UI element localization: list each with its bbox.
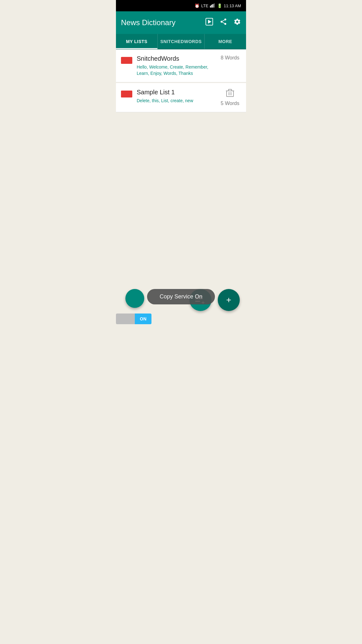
color-indicator	[121, 57, 132, 64]
alarm-icon: ⏰	[195, 3, 200, 8]
word-count: 5 Words	[221, 101, 239, 106]
status-icons: ⏰ LTE 🔋 11:13 AM	[195, 3, 241, 8]
svg-line-9	[222, 22, 225, 24]
svg-point-6	[224, 19, 226, 20]
list-container: SnitchedWords Hello, Welcome, Create, Re…	[116, 49, 246, 112]
list-item-content: Sample List 1 Delete, this, List, create…	[137, 89, 215, 104]
add-fab-button[interactable]: +	[218, 289, 240, 311]
app-title: News Dictionary	[121, 18, 175, 27]
tab-more[interactable]: MORE	[205, 34, 246, 49]
empty-content-area	[116, 113, 246, 286]
toggle-on-button[interactable]: ON	[135, 314, 151, 324]
list-title: Sample List 1	[137, 89, 215, 96]
list-item[interactable]: Sample List 1 Delete, this, List, create…	[116, 83, 246, 112]
left-fab-button[interactable]	[125, 289, 144, 308]
svg-point-8	[224, 23, 226, 25]
list-words: Hello, Welcome, Create, Remember, Learn,…	[137, 64, 215, 76]
svg-marker-5	[208, 20, 211, 24]
toggle-off-indicator	[116, 314, 135, 324]
play-icon[interactable]	[205, 18, 213, 28]
svg-rect-3	[214, 3, 215, 8]
list-meta: 8 Words	[219, 55, 241, 61]
svg-point-7	[221, 21, 222, 23]
svg-point-17	[132, 295, 138, 302]
header-actions	[205, 18, 241, 28]
signal-icon	[210, 3, 216, 8]
list-title: SnitchedWords	[137, 55, 215, 62]
list-words: Delete, this, List, create, new	[137, 98, 215, 104]
color-indicator	[121, 91, 132, 97]
time-display: 11:13 AM	[224, 3, 241, 8]
svg-rect-13	[228, 89, 232, 91]
word-count: 8 Words	[221, 55, 239, 61]
svg-rect-0	[210, 6, 211, 8]
list-meta: 5 Words	[219, 89, 241, 106]
tab-my-lists[interactable]: MY LISTS	[116, 34, 158, 49]
app-header: News Dictionary	[116, 11, 246, 34]
lte-icon: LTE	[201, 3, 208, 8]
tab-snitchedwords[interactable]: SNITCHEDWORDS	[158, 34, 205, 49]
svg-line-10	[222, 20, 225, 21]
battery-icon: 🔋	[217, 3, 222, 8]
list-item[interactable]: SnitchedWords Hello, Welcome, Create, Re…	[116, 49, 246, 82]
bottom-area: Copy Service On + + ON	[116, 286, 246, 327]
copy-service-toast: Copy Service On	[147, 289, 215, 304]
settings-icon[interactable]	[233, 18, 241, 27]
status-bar: ⏰ LTE 🔋 11:13 AM	[116, 0, 246, 11]
add-icon: +	[226, 295, 231, 305]
delete-list-icon[interactable]	[226, 89, 234, 99]
toggle-area: ON	[116, 314, 151, 324]
share-icon[interactable]	[220, 18, 227, 27]
list-item-content: SnitchedWords Hello, Welcome, Create, Re…	[137, 55, 215, 76]
tabs-bar: MY LISTS SNITCHEDWORDS MORE	[116, 34, 246, 49]
svg-rect-1	[211, 5, 212, 8]
svg-rect-2	[212, 4, 213, 8]
